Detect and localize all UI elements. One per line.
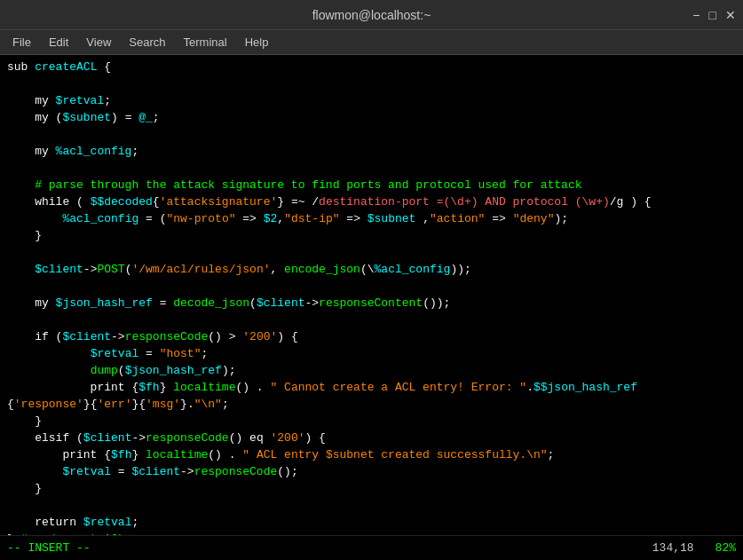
menu-view[interactable]: View [77, 34, 120, 51]
menu-help[interactable]: Help [236, 34, 278, 51]
cursor-position: 134,18 [652, 541, 694, 555]
code-line [0, 312, 743, 328]
code-line [0, 244, 743, 261]
code-line: print {$fh} localtime() . " Cannot creat… [0, 379, 743, 396]
code-line: return $retval; [0, 514, 743, 531]
menu-search[interactable]: Search [120, 34, 174, 51]
scroll-percent: 82% [715, 541, 736, 555]
window-title: flowmon@localhost:~ [312, 8, 431, 22]
code-line: dump($json_hash_ref); [0, 362, 743, 379]
code-line: $retval = $client->responseCode(); [0, 463, 743, 480]
code-line: $retval = "host"; [0, 345, 743, 362]
code-line: } [0, 227, 743, 244]
code-line: elsif ($client->responseCode() eq '200')… [0, 430, 743, 446]
status-right: 134,18 82% [652, 541, 736, 555]
menu-bar: File Edit View Search Terminal Help [0, 30, 743, 55]
code-line: sub createACL { [0, 59, 743, 75]
code-line [0, 75, 743, 92]
code-line: {'response'}{'err'}{'msg'}."\n"; [0, 396, 743, 413]
code-line: while ( $$decoded{'attacksignature'} =~ … [0, 193, 743, 210]
title-bar: flowmon@localhost:~ − □ ✕ [0, 0, 743, 30]
menu-file[interactable]: File [4, 34, 40, 51]
menu-terminal[interactable]: Terminal [175, 34, 236, 51]
code-line: print {$fh} localtime() . " ACL entry $s… [0, 446, 743, 463]
code-line: my $retval; [0, 92, 743, 109]
code-line: } [0, 413, 743, 430]
code-line: my %acl_config; [0, 143, 743, 160]
status-bar: -- INSERT -- 134,18 82% [0, 535, 743, 560]
code-line [0, 160, 743, 177]
maximize-button[interactable]: □ [709, 9, 716, 21]
code-line: %acl_config = ("nw-proto" => $2,"dst-ip"… [0, 210, 743, 227]
menu-edit[interactable]: Edit [40, 34, 77, 51]
code-line: # parse through the attack signature to … [0, 177, 743, 193]
window-controls[interactable]: − □ ✕ [692, 9, 736, 21]
code-line: } [0, 480, 743, 497]
code-line [0, 497, 743, 514]
minimize-button[interactable]: − [692, 9, 700, 21]
code-line: if ($client->responseCode() > '200') { [0, 328, 743, 345]
editor-mode: -- INSERT -- [7, 541, 91, 555]
code-editor[interactable]: sub createACL { my $retval; my ($subnet)… [0, 55, 743, 535]
code-line [0, 278, 743, 295]
code-line [0, 126, 743, 143]
code-line: $client->POST('/wm/acl/rules/json', enco… [0, 261, 743, 278]
code-line: my $json_hash_ref = decode_json($client-… [0, 295, 743, 312]
code-line: my ($subnet) = @_; [0, 109, 743, 126]
close-button[interactable]: ✕ [725, 9, 736, 21]
